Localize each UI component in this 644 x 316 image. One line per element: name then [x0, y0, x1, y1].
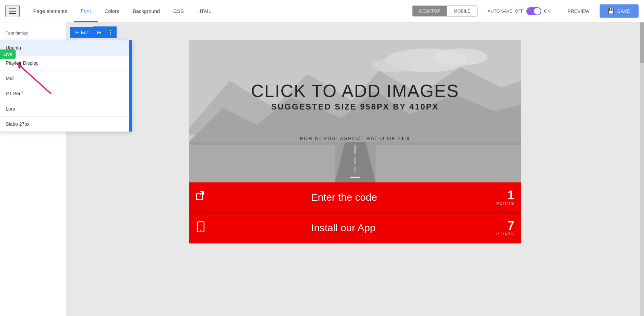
red-bar-2-text: Install our App: [190, 222, 497, 234]
hamburger-menu-button[interactable]: [5, 5, 20, 17]
font-option-slabo[interactable]: Slabo 27px: [0, 117, 132, 132]
nav-page-elements[interactable]: Page elements: [26, 0, 74, 22]
autosave-toggle: AUTO SAVE: OFF ON: [488, 7, 551, 15]
page-content-wrapper: ✏ Edit ⊕ ⋮: [66, 22, 644, 316]
desktop-button[interactable]: DESKTOP: [412, 6, 447, 16]
preview-button[interactable]: PREVIEW: [561, 6, 597, 17]
nav-html[interactable]: HTML: [190, 0, 218, 22]
nav-colors[interactable]: Colors: [98, 0, 126, 22]
move-icon: ⊕: [97, 29, 101, 36]
image-text-overlay: CLICK TO ADD IMAGES SUGGESTED SIZE 958PX…: [251, 81, 459, 141]
ellipsis-icon: ⋮: [108, 29, 113, 36]
top-navigation: Page elements Font Colors Background CSS…: [0, 0, 644, 22]
image-sub-text: SUGGESTED SIZE 958PX BY 410PX: [251, 102, 459, 112]
mobile-button[interactable]: MOBILE: [447, 6, 477, 16]
pencil-icon: ✏: [75, 30, 79, 35]
image-placeholder[interactable]: CLICK TO ADD IMAGES SUGGESTED SIZE 958PX…: [189, 40, 521, 182]
edit-button[interactable]: ✏ Edit: [70, 27, 93, 38]
image-main-text: CLICK TO ADD IMAGES: [251, 81, 459, 101]
edit-toolbar: ✏ Edit ⊕ ⋮: [70, 26, 117, 38]
main-area: Font family: Open Sans ▲ Ubuntu Playfair…: [0, 22, 644, 316]
font-option-ubuntu[interactable]: Ubuntu: [0, 40, 132, 56]
more-options-button[interactable]: ⋮: [104, 26, 117, 38]
arrow-indicator: [10, 56, 58, 98]
autosave-switch[interactable]: [526, 7, 541, 15]
nav-background[interactable]: Background: [126, 0, 166, 22]
move-button[interactable]: ⊕: [93, 26, 104, 38]
red-bar-1[interactable]: Enter the code 1 POINTS: [189, 182, 521, 213]
device-toggle: DESKTOP MOBILE: [412, 5, 478, 17]
nav-css[interactable]: CSS: [167, 0, 191, 22]
font-option-lora[interactable]: Lora: [0, 101, 132, 117]
font-family-label: Font family:: [0, 28, 66, 38]
svg-line-0: [17, 63, 51, 94]
nav-font[interactable]: Font: [74, 0, 98, 22]
scrollbar[interactable]: [640, 22, 644, 316]
red-bar-2-points: 7 POINTS: [497, 220, 515, 236]
content-area[interactable]: ✏ Edit ⊕ ⋮: [66, 22, 644, 316]
save-icon: 💾: [608, 8, 615, 14]
image-nerd-text: FOR NERDS: ASPECT RATIO OF 21:9: [251, 135, 459, 141]
red-bar-1-text: Enter the code: [192, 192, 497, 203]
red-bar-1-points: 1 POINTS: [497, 189, 515, 205]
scrollbar-thumb[interactable]: [640, 22, 644, 63]
svg-marker-1: [17, 63, 22, 69]
save-button[interactable]: 💾 SAVE: [600, 4, 639, 18]
red-bar-2[interactable]: Install our App 7 POINTS: [189, 213, 521, 243]
